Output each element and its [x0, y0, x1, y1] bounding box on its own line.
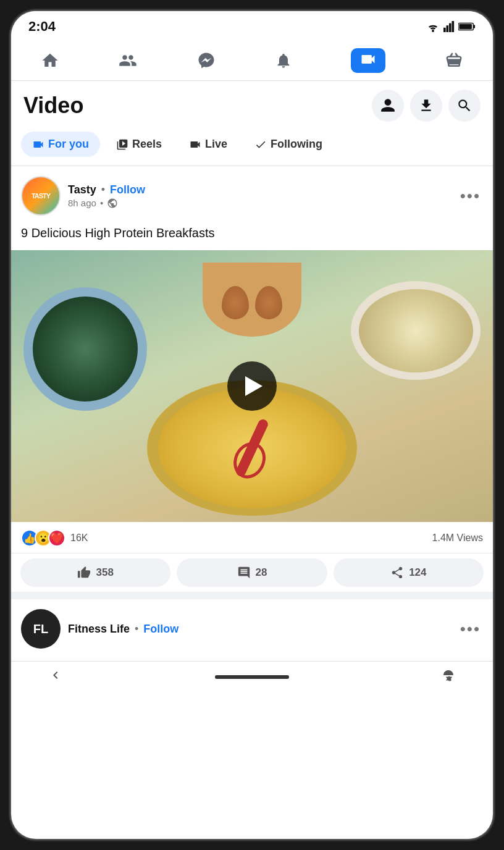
- download-button[interactable]: [410, 90, 442, 122]
- bowl-right-inner: [359, 289, 473, 372]
- egg-2: [255, 286, 282, 319]
- bottom-bar: [11, 661, 493, 695]
- whisk: [235, 418, 270, 478]
- share-action-button[interactable]: 124: [334, 558, 484, 587]
- nav-friends[interactable]: [107, 48, 149, 74]
- back-button[interactable]: [48, 668, 63, 686]
- nav-messenger[interactable]: [186, 48, 227, 74]
- tab-following[interactable]: Following: [243, 132, 334, 157]
- avatar-text: TASTY: [32, 192, 50, 200]
- svg-rect-1: [443, 28, 446, 32]
- follow-button-2[interactable]: Follow: [143, 623, 178, 636]
- tab-reels-label: Reels: [132, 138, 162, 151]
- author-info-2: Fitness Life • Follow: [68, 623, 178, 636]
- globe-icon: [107, 198, 118, 209]
- status-icons: [426, 21, 476, 32]
- nav-video[interactable]: [340, 44, 397, 77]
- post-author-1: TASTY Tasty • Follow 8h ago •: [21, 176, 145, 216]
- post-header-2: FL Fitness Life • Follow •••: [11, 599, 493, 654]
- bowl-right: [351, 281, 481, 380]
- svg-point-0: [432, 30, 434, 32]
- play-button-1[interactable]: [227, 361, 277, 411]
- nav-notifications[interactable]: [264, 48, 303, 74]
- tab-live-label: Live: [205, 138, 227, 151]
- nav-marketplace[interactable]: [434, 48, 474, 74]
- tab-for-you[interactable]: For you: [21, 132, 100, 157]
- wifi-icon: [426, 21, 440, 32]
- page-header: Video: [11, 81, 493, 128]
- status-time: 2:04: [28, 19, 56, 35]
- post-card-1: TASTY Tasty • Follow 8h ago •: [11, 166, 493, 592]
- reaction-count: 16K: [70, 532, 88, 544]
- svg-rect-3: [449, 23, 452, 32]
- signal-icon: [443, 21, 455, 32]
- status-bar: 2:04: [11, 11, 493, 40]
- author-dot: •: [101, 183, 105, 196]
- tab-reels[interactable]: Reels: [105, 132, 173, 157]
- filter-tabs: For you Reels Live Following: [11, 128, 493, 166]
- reactions-left: 👍 😮 ❤️ 16K: [21, 529, 88, 547]
- video-thumbnail-1[interactable]: [11, 250, 493, 522]
- author-name-2: Fitness Life: [68, 623, 130, 636]
- post-title-1: 9 Delicious High Protein Breakfasts: [11, 221, 493, 250]
- bowl-center-top: [203, 263, 301, 337]
- tab-for-you-label: For you: [48, 138, 89, 151]
- feed: TASTY Tasty • Follow 8h ago •: [11, 166, 493, 654]
- post-author-2: FL Fitness Life • Follow: [21, 609, 178, 649]
- bowl-left: [23, 287, 147, 411]
- reaction-heart: ❤️: [48, 529, 65, 547]
- bowl-left-inner: [33, 297, 138, 402]
- svg-rect-2: [447, 25, 449, 32]
- fitness-avatar-text: FL: [33, 622, 48, 636]
- post-meta-1: 8h ago •: [68, 198, 145, 209]
- author-avatar-tasty[interactable]: TASTY: [21, 176, 61, 216]
- egg-1: [222, 286, 249, 319]
- svg-rect-4: [452, 21, 455, 32]
- views-count: 1.4M Views: [432, 532, 483, 544]
- svg-rect-6: [473, 25, 475, 28]
- author-info-1: Tasty • Follow 8h ago •: [68, 183, 145, 209]
- rotate-button[interactable]: [441, 668, 456, 686]
- tab-live[interactable]: Live: [178, 132, 238, 157]
- like-count: 358: [96, 566, 113, 579]
- like-action-button[interactable]: 358: [20, 558, 170, 587]
- action-row-1: 358 28 124: [11, 553, 493, 592]
- comment-count: 28: [256, 566, 267, 579]
- meta-dot: •: [100, 198, 103, 208]
- home-indicator: [215, 675, 289, 679]
- share-count: 124: [409, 566, 426, 579]
- more-options-button-1[interactable]: •••: [458, 184, 483, 208]
- battery-icon: [458, 22, 476, 32]
- author-name-row-2: Fitness Life • Follow: [68, 623, 178, 636]
- search-button[interactable]: [448, 90, 481, 122]
- svg-rect-7: [459, 24, 472, 29]
- post-header-1: TASTY Tasty • Follow 8h ago •: [11, 166, 493, 221]
- reactions-row-1: 👍 😮 ❤️ 16K 1.4M Views: [11, 522, 493, 553]
- profile-button[interactable]: [372, 90, 404, 122]
- tab-following-label: Following: [271, 138, 322, 151]
- nav-bar: [11, 40, 493, 81]
- reaction-emojis: 👍 😮 ❤️: [21, 529, 65, 547]
- header-actions: [372, 90, 481, 122]
- page-title: Video: [23, 93, 83, 119]
- comment-action-button[interactable]: 28: [177, 558, 327, 587]
- follow-button-1[interactable]: Follow: [110, 183, 145, 196]
- post-time: 8h ago: [68, 198, 96, 208]
- author-name-row-1: Tasty • Follow: [68, 183, 145, 196]
- author-name: Tasty: [68, 183, 96, 196]
- author-dot-2: •: [135, 623, 138, 636]
- phone-frame: 2:04: [11, 11, 493, 839]
- more-options-button-2[interactable]: •••: [458, 617, 483, 641]
- author-avatar-fitness[interactable]: FL: [21, 609, 61, 649]
- post-card-2: FL Fitness Life • Follow •••: [11, 599, 493, 654]
- nav-home[interactable]: [30, 48, 70, 74]
